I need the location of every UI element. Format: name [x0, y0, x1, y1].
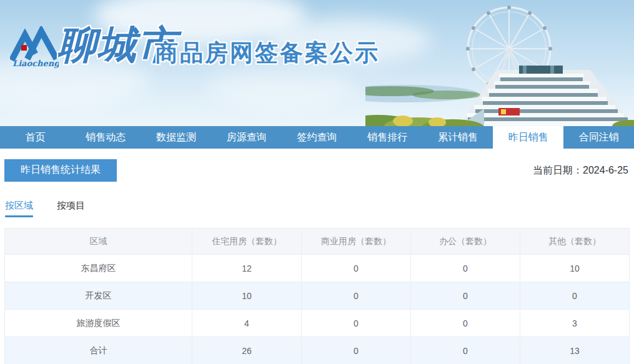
site-logo[interactable]: Liaocheng — [10, 26, 59, 71]
cell-region: 开发区 — [5, 282, 192, 310]
cell-value: 0 — [411, 255, 520, 282]
table-header-row: 区域 住宅用房（套数） 商业用房（套数） 办公（套数） 其他（套数） — [5, 229, 630, 255]
cell-value: 0 — [302, 310, 411, 337]
tab-by-region[interactable]: 按区域 — [5, 200, 33, 217]
nav-item-data-monitor[interactable]: 数据监测 — [141, 126, 212, 149]
cell-value: 26 — [192, 337, 302, 364]
sales-stats-table: 区域 住宅用房（套数） 商业用房（套数） 办公（套数） 其他（套数） 东昌府区 … — [4, 228, 630, 364]
cell-value: 0 — [520, 282, 630, 310]
liaocheng-logo-icon: Liaocheng — [10, 26, 59, 71]
nav-item-contract-cancel[interactable]: 合同注销 — [563, 126, 634, 149]
table-row: 旅游度假区 4 0 0 3 — [5, 310, 630, 337]
nav-item-yesterday-sales[interactable]: 昨日销售 — [493, 126, 563, 149]
col-header-commercial: 商业用房（套数） — [302, 229, 411, 255]
current-date-value: 2024-6-25 — [583, 165, 628, 175]
cell-value: 10 — [520, 255, 630, 282]
current-date: 当前日期：2024-6-25 — [533, 164, 630, 177]
site-subtitle: 商品房网签备案公示 — [155, 37, 380, 69]
nav-item-cumulative-sales[interactable]: 累计销售 — [423, 126, 493, 149]
tab-by-project[interactable]: 按项目 — [57, 200, 85, 217]
cell-value: 0 — [302, 337, 411, 364]
cell-value: 0 — [411, 282, 520, 310]
col-header-other: 其他（套数） — [520, 229, 630, 255]
view-tabs: 按区域 按项目 — [4, 200, 630, 217]
nav-item-listing-query[interactable]: 房源查询 — [211, 126, 282, 149]
nav-item-sales-ranking[interactable]: 销售排行 — [352, 126, 423, 149]
cell-value: 0 — [411, 310, 520, 337]
cell-value: 0 — [411, 337, 520, 364]
main-content: 昨日销售统计结果 当前日期：2024-6-25 按区域 按项目 区域 住宅用房（… — [0, 149, 634, 364]
cloud-decoration — [206, 69, 356, 106]
table-row: 东昌府区 12 0 0 10 — [5, 255, 630, 282]
current-date-label: 当前日期： — [533, 165, 583, 175]
cell-value: 0 — [302, 255, 411, 282]
table-row: 开发区 10 0 0 0 — [5, 282, 630, 310]
cell-value: 3 — [520, 310, 630, 337]
header-banner: Liaocheng 聊城市 商品房网签备案公示 — [0, 0, 634, 126]
cell-value: 4 — [192, 310, 302, 337]
col-header-region: 区域 — [5, 229, 192, 255]
cell-region: 旅游度假区 — [5, 310, 192, 337]
table-row-total: 合计 26 0 0 13 — [5, 337, 630, 364]
main-nav: 首页 销售动态 数据监测 房源查询 签约查询 销售排行 累计销售 昨日销售 合同… — [0, 126, 634, 149]
svg-text:Liaocheng: Liaocheng — [12, 59, 59, 68]
cell-value: 10 — [192, 282, 302, 310]
cell-region: 合计 — [5, 337, 192, 364]
cityscape-image — [365, 0, 634, 126]
col-header-residential: 住宅用房（套数） — [192, 229, 302, 255]
cell-value: 0 — [302, 282, 411, 310]
cell-value: 13 — [520, 337, 630, 364]
col-header-office: 办公（套数） — [411, 229, 520, 255]
nav-item-contract-query[interactable]: 签约查询 — [282, 126, 352, 149]
page-title: 昨日销售统计结果 — [4, 159, 117, 182]
cell-region: 东昌府区 — [5, 255, 192, 282]
cell-value: 12 — [192, 255, 302, 282]
nav-item-home[interactable]: 首页 — [0, 126, 71, 149]
nav-item-sales-dynamics[interactable]: 销售动态 — [71, 126, 141, 149]
